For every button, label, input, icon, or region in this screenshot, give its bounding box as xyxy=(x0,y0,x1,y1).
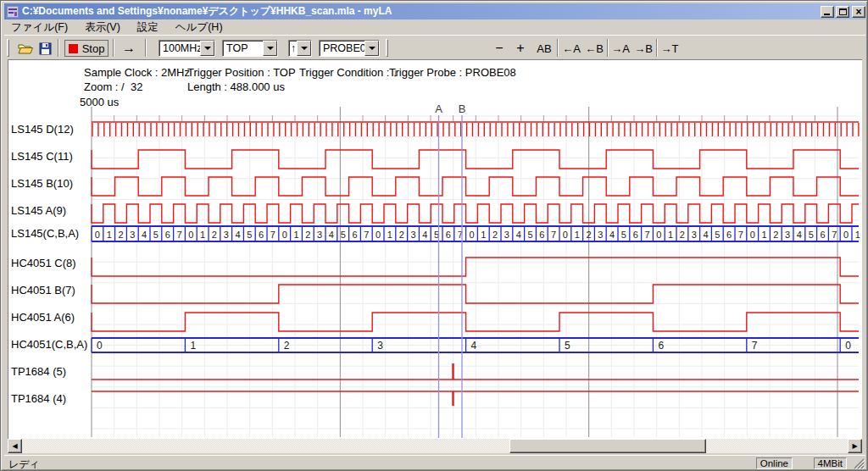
bus-value: 7 xyxy=(364,230,369,240)
cursor-label-a: A xyxy=(435,103,442,115)
bus-value: 1 xyxy=(190,340,196,352)
menu-item-1[interactable]: 表示(V) xyxy=(78,19,127,36)
bus-value: 0 xyxy=(282,230,287,240)
toolbar-separator xyxy=(113,39,114,57)
chevron-down-icon[interactable] xyxy=(297,41,311,56)
zoom-ab-button[interactable]: AB xyxy=(532,40,556,57)
scroll-right-icon: ▶ xyxy=(852,442,857,450)
save-file-button[interactable] xyxy=(36,39,55,58)
toolbar-grip[interactable] xyxy=(7,39,9,57)
probe-select[interactable]: PROBE00 xyxy=(319,40,380,57)
bus-value: 3 xyxy=(130,230,135,240)
minimize-button[interactable] xyxy=(821,6,834,18)
chevron-down-icon[interactable] xyxy=(263,41,277,56)
close-button[interactable]: × xyxy=(852,6,865,18)
bus-value: 6 xyxy=(820,230,825,240)
goto-trigger-button[interactable]: →T xyxy=(659,40,681,57)
bus-value: 0 xyxy=(95,230,100,240)
zoom-out-button[interactable]: − xyxy=(489,40,509,57)
sample-clock-select[interactable]: 100MHz xyxy=(159,40,215,57)
bus-value: 5 xyxy=(153,230,159,240)
bus-value: 3 xyxy=(410,230,415,240)
run-button[interactable]: → xyxy=(117,40,141,57)
minimize-icon xyxy=(824,14,830,15)
close-icon: × xyxy=(853,6,865,18)
signal-label-0: LS145 D(12) xyxy=(11,123,74,136)
menu-item-3[interactable]: ヘルプ(H) xyxy=(169,19,230,36)
bus-value: 7 xyxy=(270,230,275,240)
bus-value: 6 xyxy=(446,230,451,240)
signal-label-2: LS145 B(10) xyxy=(11,177,73,191)
bus-value: 4 xyxy=(329,230,334,240)
waveform-canvas[interactable]: 0123456701234567012345670123456701234567… xyxy=(8,94,862,439)
signal-label-9: TP1684 (5) xyxy=(11,365,66,379)
info-sample-clock: Sample Clock : 2MHz xyxy=(84,66,190,79)
bus-value: 1 xyxy=(107,230,112,240)
bus-value: 2 xyxy=(680,230,685,240)
stop-button[interactable]: Stop xyxy=(64,40,108,57)
chevron-down-icon[interactable] xyxy=(364,41,379,56)
bus-value: 2 xyxy=(118,230,123,240)
bus-value: 2 xyxy=(284,340,290,352)
bus-value: 6 xyxy=(726,230,732,240)
signal-label-7: HC4051 A(6) xyxy=(11,311,75,324)
signal-label-1: LS145 C(11) xyxy=(11,150,73,163)
bus-value: 1 xyxy=(200,230,205,240)
cursor-label-b: B xyxy=(459,103,466,115)
trigger-position-select[interactable]: TOP xyxy=(222,40,278,57)
title-bar: C:¥Documents and Settings¥noname¥デスクトップ¥… xyxy=(4,3,865,19)
signal-label-5: HC4051 C(8) xyxy=(11,257,76,270)
bus-value: 2 xyxy=(773,230,778,240)
resize-grip-icon[interactable] xyxy=(854,458,865,469)
zoom-in-button[interactable]: + xyxy=(510,40,531,57)
window-title: C:¥Documents and Settings¥noname¥デスクトップ¥… xyxy=(22,4,819,19)
open-folder-icon xyxy=(18,42,33,55)
bus-value: 2 xyxy=(586,230,591,240)
horizontal-scrollbar[interactable]: ◀ ▶ xyxy=(8,439,862,453)
bus-value: 2 xyxy=(212,230,217,240)
signal-label-4: LS145(C,B,A) xyxy=(11,227,79,241)
bus-value: 7 xyxy=(738,230,743,240)
scroll-left-button[interactable]: ◀ xyxy=(8,439,22,453)
bus-value: 2 xyxy=(305,230,310,240)
signal-label-10: TP1684 (4) xyxy=(11,392,66,406)
goto-cursor-a-right-button[interactable]: →A xyxy=(609,40,632,57)
goto-cursor-b-left-button[interactable]: ←B xyxy=(583,40,605,57)
info-zoom: Zoom : / 32 xyxy=(84,80,142,93)
open-file-button[interactable] xyxy=(15,39,35,58)
signal-trace-7 xyxy=(92,313,859,331)
floppy-disk-icon xyxy=(39,42,52,55)
maximize-button[interactable] xyxy=(836,6,849,18)
maximize-icon xyxy=(839,8,847,15)
menu-item-0[interactable]: ファイル(F) xyxy=(4,19,75,36)
info-trigger-condition: Trigger Condition : ↓ xyxy=(299,66,398,79)
toolbar-separator xyxy=(557,39,559,57)
signal-trace-1 xyxy=(92,150,859,169)
goto-cursor-a-left-button[interactable]: ←A xyxy=(560,40,582,57)
bus-value: 1 xyxy=(575,230,580,240)
bus-value: 2 xyxy=(399,230,404,240)
chevron-down-icon[interactable] xyxy=(200,41,214,56)
signal-label-3: LS145 A(9) xyxy=(11,204,66,218)
scrollbar-thumb[interactable] xyxy=(509,439,706,453)
stop-label: Stop xyxy=(82,42,105,55)
bus-value: 4 xyxy=(422,230,427,240)
status-bar: レディ Online 4MBit xyxy=(4,455,865,469)
bus-value: 4 xyxy=(703,230,708,240)
scroll-right-button[interactable]: ▶ xyxy=(848,439,862,453)
toolbar-separator xyxy=(607,39,609,57)
bus-value: 3 xyxy=(785,230,790,240)
bus-value: 0 xyxy=(376,230,381,240)
bus-value: 0 xyxy=(843,230,849,240)
trigger-edge-select[interactable]: ↑ xyxy=(288,40,312,57)
bus-value: 6 xyxy=(633,230,638,240)
bus-value: 3 xyxy=(377,340,383,352)
app-icon xyxy=(7,6,19,18)
bus-value: 4 xyxy=(516,230,521,240)
menu-item-2[interactable]: 設定 xyxy=(131,19,165,36)
bus-value: 7 xyxy=(551,230,556,240)
toolbar-grip[interactable] xyxy=(386,39,388,57)
signal-label-8: HC4051(C,B,A) xyxy=(11,338,87,352)
goto-cursor-b-right-button[interactable]: →B xyxy=(632,40,654,57)
bus-value: 0 xyxy=(469,230,474,240)
